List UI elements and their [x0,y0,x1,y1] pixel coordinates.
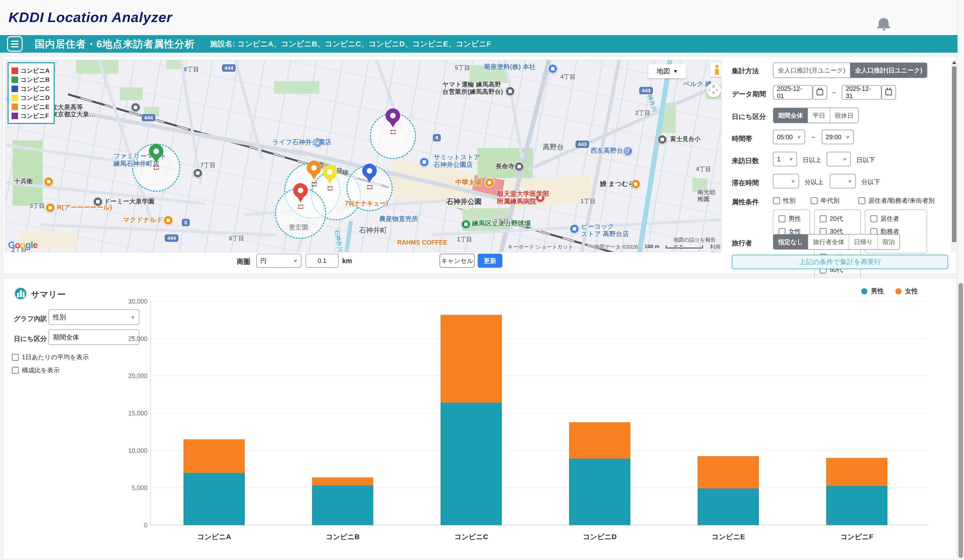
notification-bell-icon[interactable] [879,18,889,27]
facility-pin-コンビニC[interactable] [362,164,377,185]
traveler-option[interactable]: 日帰り [849,235,878,249]
time-to-select[interactable]: 29:00∨ [822,130,854,144]
day-division-option[interactable]: 平日 [808,108,830,123]
traveler-label: 旅行者 [732,239,752,248]
day-division-option[interactable]: 祝休日 [830,108,858,123]
map-place-label: 石神井町 [359,226,387,234]
map-place-label: 4丁目 [696,166,711,173]
bar-コンビニD-男性[interactable] [569,459,630,525]
bar-コンビニE-男性[interactable] [698,489,759,525]
day-division-option[interactable]: 期間全体 [773,108,808,123]
date-from-input[interactable]: 2025-12-01 [773,85,813,100]
stay-time-from-select[interactable]: ∨ [773,174,799,188]
visit-days-from-unit: 日以上 [803,156,821,164]
traveler-option[interactable]: 指定なし [773,235,808,249]
page-scrollbar[interactable] [957,0,964,560]
gender-toggle-checkbox[interactable]: 性別 [773,196,796,205]
pan-control[interactable]: ˄˅ ‹› [707,83,721,97]
bar-コンビニF-男性[interactable] [826,486,887,525]
agg-method-label: 集計方法 [732,67,759,76]
facility-pin-コンビニF[interactable] [386,109,401,130]
stay-time-label: 滞在時間 [732,179,759,187]
calendar-from-icon[interactable] [813,85,827,100]
route-shield: 444 [221,64,236,72]
map-place-label: 豊宏園 [289,224,308,231]
chart-xtick-label: コンビニF [819,532,894,542]
visit-days-to-select[interactable]: ∨ [827,152,851,166]
cancel-button[interactable]: キャンセル [440,254,475,268]
map-place-label: 農産物直売所 [379,215,418,223]
report-error-link[interactable]: 地図の誤りを報告する [673,236,721,250]
traveler-toggle: 指定なし旅行者全体日帰り宿泊 [773,234,900,250]
bar-コンビニD-女性[interactable] [569,422,630,459]
keyboard-shortcuts[interactable]: キーボード ショートカット [508,243,573,250]
trade-area-shape-select[interactable]: 円∨ [256,254,301,268]
gender-checkbox[interactable]: 男性 [778,214,804,223]
visit-days-from-select[interactable]: 1∨ [773,152,797,166]
route-shield: 444 [141,114,156,122]
bar-コンビニC-女性[interactable] [441,315,502,403]
bar-コンビニA-男性[interactable] [184,473,245,525]
map-area-patch [76,60,119,74]
chart-xtick-label: コンビニE [690,532,766,542]
facility-pin-コンビニD[interactable] [322,165,338,186]
bar-コンビニC-男性[interactable] [441,403,502,525]
traveler-option[interactable]: 宿泊 [878,235,899,249]
time-range-label: 時間帯 [732,134,752,143]
chart-xtick-label: コンビニB [305,532,380,542]
update-button[interactable]: 更新 [478,254,502,268]
map-type-button[interactable]: 地図▼ [648,64,686,78]
route-shield: 8 [181,218,190,227]
map-place-label: 菊座塗料(株) 本社 [484,63,536,71]
map-poi-icon [485,178,495,188]
map-poi-icon [514,162,524,172]
traveler-option[interactable]: 旅行者全体 [808,235,849,249]
map-poi-icon [657,135,667,144]
bar-コンビニB-男性[interactable] [312,485,373,525]
facility-pin-コンビニB[interactable] [149,144,164,165]
route-shield: 444 [164,234,179,242]
rerun-aggregation-button[interactable]: 上記の条件で集計を再実行 [732,255,948,269]
route-shield: 443 [575,140,590,149]
age-toggle-checkbox[interactable]: 年代別 [811,196,839,205]
attributes-label: 属性条件 [732,198,759,206]
bar-コンビニB-女性[interactable] [312,477,373,486]
legend-label: コンビニB [21,76,50,84]
facility-pin-コンビニE[interactable] [307,161,322,182]
map-place-label: 4丁目 [560,73,576,80]
bar-コンビニA-女性[interactable] [184,439,245,473]
filter-scrollbar[interactable] [951,60,957,252]
facility-pin-コンビニA[interactable] [293,183,308,204]
map-area-patch [120,87,143,101]
stay-time-to-select[interactable]: ∨ [830,174,856,188]
resident-toggle-checkbox[interactable]: 居住者/勤務者/来街者別 [858,196,935,205]
age-checkbox[interactable]: 20代 [820,214,855,223]
page-title: 国内居住者・6地点来訪者属性分析 [35,37,195,51]
time-from-select[interactable]: 05:00∨ [773,130,805,144]
map-place-label: 3丁目 [494,218,509,225]
bar-コンビニE-女性[interactable] [698,456,759,489]
map-poi-icon [505,86,515,96]
pegman-icon[interactable] [710,63,721,77]
chart-gridline [151,487,928,488]
legend-label: コンビニD [21,94,50,102]
resident-checkbox[interactable]: 居住者 [870,214,922,223]
date-to-input[interactable]: 2025-12-31 [842,85,881,100]
app-root: KDDILocation Analyzer 国内居住者・6地点来訪者属性分析 施… [0,0,964,560]
map-river [344,221,353,252]
agg-method-option[interactable]: 全人口推計(月ユニーク) [773,63,850,78]
bar-コンビニF-女性[interactable] [826,458,887,486]
map-place-label: 長命寺 [495,162,515,170]
logo-kddi: KDDI [8,9,44,25]
map-place-label: 高野台 [543,143,564,151]
google-map[interactable]: コンビニA コンビニB コンビニC コンビニD コンビニE コンビニF 地図▼ … [5,60,721,252]
agg-method-option[interactable]: 全人口推計(日ユニーク) [850,63,927,78]
menu-hamburger-icon[interactable] [7,36,23,52]
trade-area-radius-input[interactable]: 0.1 [306,254,339,268]
chart-ytick-label: 15,000 [115,410,147,417]
map-poi-icon [130,102,141,112]
map-place-label: RAHMS COFFEE [397,239,447,246]
calendar-to-icon[interactable] [881,85,896,100]
map-poi-icon [44,177,54,187]
map-place-label: ライフ石神井公園店 [272,138,331,146]
